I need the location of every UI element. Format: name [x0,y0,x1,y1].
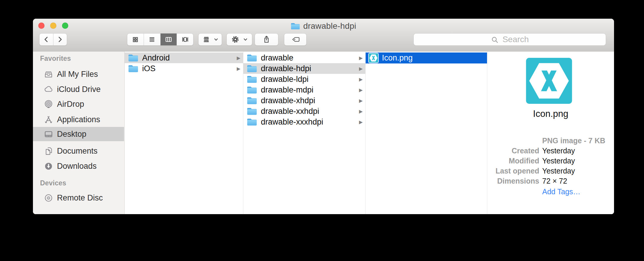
xamarin-file-icon [369,53,378,63]
disclosure-triangle-icon: ▶ [359,77,363,82]
window-title-text: drawable-hdpi [303,21,356,31]
sidebar-item-all-my-files[interactable]: All My Files [33,68,124,81]
metadata-created: Created Yesterday [487,146,610,156]
browser-column-3: Icon.png [366,52,487,214]
file-row-drawable-ldpi[interactable]: drawable-ldpi ▶ [243,74,365,85]
search-input[interactable] [414,34,606,45]
metadata-dimensions: Dimensions 72 × 72 [487,176,610,186]
folder-icon [291,22,300,30]
folder-icon [247,64,257,73]
file-row-drawable-hdpi[interactable]: drawable-hdpi ▶ [243,63,365,74]
disclosure-triangle-icon: ▶ [359,109,363,114]
view-switcher [127,33,193,46]
share-icon [262,35,271,44]
sidebar-item-airdrop[interactable]: AirDrop [33,98,124,111]
sidebar-item-icloud-drive[interactable]: iCloud Drive [33,83,124,96]
file-row-android[interactable]: Android ▶ [125,52,243,63]
sidebar-item-documents[interactable]: Documents [33,144,124,157]
column-view-button[interactable] [160,34,177,45]
tag-icon [290,35,300,44]
sidebar-item-downloads[interactable]: Downloads [33,160,124,173]
applications-icon [44,115,53,124]
folder-icon [128,64,138,73]
add-tags-row: Add Tags… [487,187,610,197]
sidebar-header-favorites: Favorites [40,54,71,63]
navigation-buttons [39,33,67,46]
list-view-icon [147,35,156,44]
preview-pane: Icon.png PNG image - 7 KB Created Yester… [487,52,614,214]
icloud-drive-icon [44,85,53,94]
remote-disc-icon [44,193,53,203]
cover-flow-icon [181,35,190,44]
file-row-drawable-xxxhdpi[interactable]: drawable-xxxhdpi ▶ [243,117,365,127]
all-my-files-icon [44,70,53,79]
gear-icon [231,35,240,44]
finder-window: drawable-hdpi [33,19,614,214]
disclosure-triangle-icon: ▶ [359,87,363,93]
metadata-modified: Modified Yesterday [487,156,610,166]
icon-view-button[interactable] [127,34,144,45]
action-menu-button[interactable] [226,33,252,46]
forward-button[interactable] [53,34,67,45]
cover-flow-view-button[interactable] [177,34,193,45]
chevron-left-icon [42,35,51,44]
sidebar-item-desktop[interactable]: Desktop [33,127,124,141]
disclosure-triangle-icon: ▶ [359,66,363,71]
arrange-icon [202,35,211,44]
preview-metadata: PNG image - 7 KB Created Yesterday Modif… [487,136,610,197]
title-bar: drawable-hdpi [33,19,614,52]
metadata-last-opened: Last opened Yesterday [487,166,610,176]
window-title: drawable-hdpi [291,21,356,31]
search-field [413,33,606,46]
disclosure-triangle-icon: ▶ [359,98,363,104]
downloads-icon [44,162,53,171]
folder-icon [128,54,138,62]
icon-view-icon [131,35,140,44]
folder-icon [247,107,257,115]
disclosure-triangle-icon: ▶ [359,55,363,61]
folder-icon [247,86,257,94]
disclosure-triangle-icon: ▶ [359,119,363,125]
file-row-icon-png[interactable]: Icon.png [366,52,487,63]
zoom-button[interactable] [62,23,68,29]
chevron-down-icon [213,37,219,42]
desktop-background: drawable-hdpi [0,0,644,261]
folder-icon [247,54,257,62]
preview-filename: Icon.png [487,109,614,119]
browser-column-2: drawable ▶ drawable-hdpi ▶ drawable-ldpi… [243,52,366,214]
tags-button[interactable] [284,33,307,46]
minimize-button[interactable] [50,23,56,29]
metadata-summary: PNG image - 7 KB [487,136,610,146]
disclosure-triangle-icon: ▶ [237,66,240,71]
chevron-down-icon [243,37,248,42]
share-button[interactable] [255,33,278,46]
folder-icon [247,75,257,83]
documents-icon [44,147,53,156]
back-button[interactable] [39,34,53,45]
chevron-right-icon [55,35,64,44]
sidebar: Favorites All My Files iCloud Drive AirD… [33,52,125,214]
sidebar-item-applications[interactable]: Applications [33,113,124,126]
sidebar-header-devices: Devices [40,179,66,187]
arrange-button[interactable] [198,33,222,46]
sidebar-item-remote-disc[interactable]: Remote Disc [33,191,124,204]
list-view-button[interactable] [144,34,160,45]
folder-icon [247,96,257,105]
airdrop-icon [44,100,53,109]
column-view-icon [164,35,173,44]
disclosure-triangle-icon: ▶ [237,55,240,61]
browser-column-1: Android ▶ iOS ▶ [125,52,243,214]
file-row-drawable-xxhdpi[interactable]: drawable-xxhdpi ▶ [243,106,365,117]
folder-icon [247,118,257,126]
window-content: Favorites All My Files iCloud Drive AirD… [33,52,614,214]
close-button[interactable] [38,23,45,29]
add-tags-link[interactable]: Add Tags… [542,187,580,196]
file-row-drawable[interactable]: drawable ▶ [243,52,365,63]
desktop-icon [44,130,53,139]
traffic-lights [38,23,68,29]
file-row-drawable-mdpi[interactable]: drawable-mdpi ▶ [243,85,365,95]
xamarin-preview-icon [526,58,572,104]
file-row-ios[interactable]: iOS ▶ [125,63,243,74]
file-row-drawable-xhdpi[interactable]: drawable-xhdpi ▶ [243,95,365,106]
